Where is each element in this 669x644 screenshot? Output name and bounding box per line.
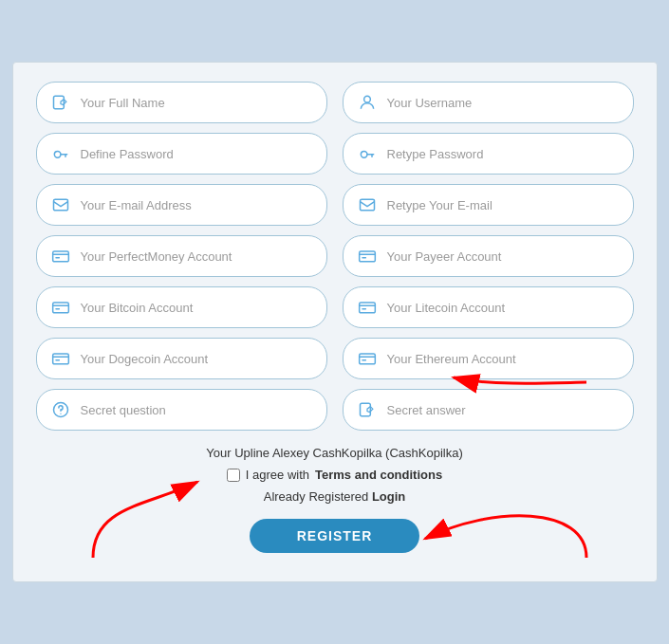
key2-icon: [357, 143, 378, 164]
email2-icon: [357, 194, 378, 215]
perfect-money-placeholder: Your PerfectMoney Account: [81, 249, 232, 264]
svg-rect-11: [359, 354, 375, 364]
user-edit-icon: [50, 92, 71, 113]
registration-form: Your Full Name Your Username Define Pass…: [12, 62, 658, 582]
agree-row: I agree with Terms and conditions: [227, 468, 442, 482]
login-link[interactable]: Login: [372, 489, 405, 504]
ethereum-placeholder: Your Ethereum Account: [387, 352, 516, 366]
secret-answer-placeholder: Secret answer: [387, 403, 466, 417]
svg-point-1: [363, 96, 370, 102]
agree-prefix: I agree with: [246, 468, 309, 482]
secret-question-field[interactable]: Secret question: [36, 389, 327, 431]
terms-link[interactable]: Terms and conditions: [315, 468, 442, 482]
secret-question-placeholder: Secret question: [81, 403, 166, 417]
register-button[interactable]: REGISTER: [250, 519, 420, 553]
password-placeholder: Define Password: [81, 147, 174, 161]
password-field[interactable]: Define Password: [36, 133, 327, 175]
svg-rect-8: [52, 303, 68, 313]
retype-email-placeholder: Retype Your E-mail: [387, 198, 492, 212]
retype-email-field[interactable]: Retype Your E-mail: [343, 184, 634, 226]
dogecoin-field[interactable]: Your Dogecoin Account: [36, 338, 327, 379]
bottom-section: Your Upline Alexey CashKopilka (CashKopi…: [36, 446, 634, 553]
svg-rect-6: [52, 251, 68, 262]
username-placeholder: Your Username: [387, 96, 473, 110]
key-icon: [50, 143, 71, 164]
svg-rect-4: [53, 199, 67, 211]
svg-rect-9: [359, 303, 375, 313]
payeer-placeholder: Your Payeer Account: [387, 249, 502, 264]
terms-checkbox[interactable]: [227, 469, 240, 482]
question-icon: [50, 399, 71, 420]
bitcoin-icon: [50, 297, 71, 318]
svg-rect-14: [360, 403, 370, 415]
svg-rect-10: [52, 354, 68, 364]
payeer-field[interactable]: Your Payeer Account: [343, 235, 634, 277]
email-placeholder: Your E-mail Address: [81, 198, 192, 212]
email-field[interactable]: Your E-mail Address: [36, 184, 327, 226]
svg-point-13: [60, 414, 61, 414]
svg-rect-7: [359, 251, 375, 262]
svg-point-2: [54, 152, 61, 158]
fields-grid: Your Full Name Your Username Define Pass…: [36, 82, 634, 431]
litecoin-icon: [357, 297, 378, 318]
upline-text: Your Upline Alexey CashKopilka (CashKopi…: [206, 446, 463, 460]
litecoin-field[interactable]: Your Litecoin Account: [343, 286, 634, 328]
litecoin-placeholder: Your Litecoin Account: [387, 301, 506, 315]
secret-answer-field[interactable]: Secret answer: [343, 389, 634, 431]
perfect-money-field[interactable]: Your PerfectMoney Account: [36, 235, 327, 277]
email-icon: [50, 194, 71, 215]
full-name-field[interactable]: Your Full Name: [36, 82, 327, 123]
already-text: Already Registered: [264, 489, 372, 504]
ethereum-field[interactable]: Your Ethereum Account: [343, 338, 634, 379]
bitcoin-placeholder: Your Bitcoin Account: [81, 301, 194, 315]
bitcoin-field[interactable]: Your Bitcoin Account: [36, 286, 327, 328]
username-field[interactable]: Your Username: [343, 82, 634, 123]
user-icon: [357, 92, 378, 113]
svg-point-3: [361, 152, 367, 158]
secret-answer-icon: [357, 399, 378, 420]
svg-rect-0: [53, 96, 64, 108]
card-icon: [50, 246, 71, 267]
dogecoin-placeholder: Your Dogecoin Account: [81, 352, 209, 366]
card2-icon: [357, 246, 378, 267]
full-name-placeholder: Your Full Name: [81, 96, 165, 110]
already-registered-row: Already Registered Login: [264, 489, 406, 504]
retype-password-field[interactable]: Retype Password: [343, 133, 634, 175]
dogecoin-icon: [50, 348, 71, 369]
ethereum-icon: [357, 348, 378, 369]
retype-password-placeholder: Retype Password: [387, 147, 484, 161]
svg-rect-5: [360, 199, 374, 211]
